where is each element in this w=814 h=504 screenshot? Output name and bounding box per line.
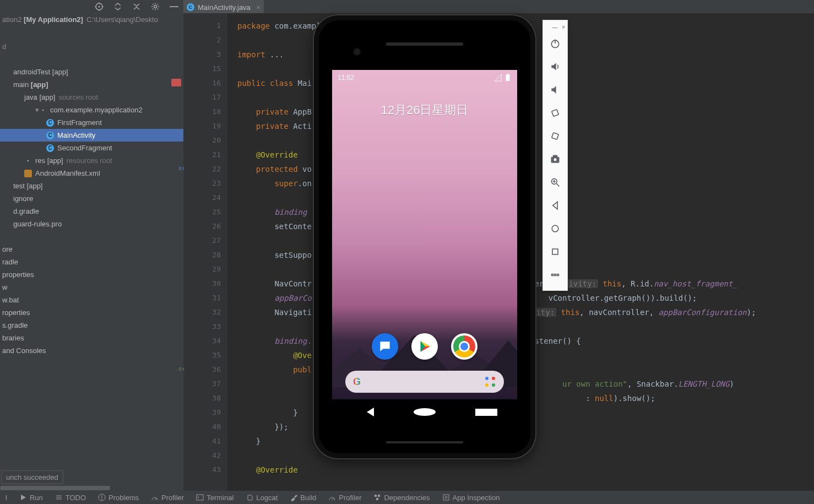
emu-back-icon[interactable] [543,194,567,216]
tree-node[interactable]: properties [0,268,183,281]
tree-node[interactable]: radle [0,256,183,268]
tree-hint: resources root [67,156,112,165]
toolwindow-profiler[interactable]: Profiler [151,494,184,502]
app-messages[interactable] [372,333,398,360]
toolwindow-logcat[interactable]: Logcat [246,494,278,502]
toolwindow-dependencies[interactable]: Dependencies [373,494,430,502]
tree-label: AndroidManifest.xml [35,169,100,177]
toolwindow-terminal[interactable]: Terminal [196,494,234,502]
tree-node[interactable]: main [app] [0,78,183,91]
rotate-left-icon[interactable] [543,102,567,124]
camera-icon[interactable] [543,148,567,170]
svg-point-20 [445,496,447,498]
tree-node[interactable]: and Consoles [0,344,183,357]
zoom-icon[interactable] [543,171,567,193]
tree-node[interactable]: ▪res [app]resources root [0,154,183,167]
nav-home-button[interactable] [414,408,436,416]
svg-point-28 [553,158,557,162]
minimize-icon[interactable]: — [169,1,180,12]
svg-line-31 [557,184,560,187]
tree-node[interactable] [0,230,183,243]
phone-nav-bar [332,405,517,419]
nav-back-button[interactable] [352,408,374,416]
java-icon: C [46,144,54,152]
emu-home-icon[interactable] [543,218,567,240]
signal-icon [494,74,502,82]
close-icon[interactable]: ✕ [256,4,261,10]
emulator-toolbar: — × [542,20,568,291]
svg-point-6 [154,6,157,8]
emulator-minimize-icon[interactable]: — [552,24,557,30]
tree-node[interactable]: ore [0,243,183,256]
svg-line-13 [155,498,156,500]
emulator-titlebar: — × [543,23,567,31]
svg-rect-25 [552,110,559,117]
toolwindow-problems[interactable]: Problems [98,494,139,502]
tree-scrollbar[interactable] [0,485,183,491]
google-search-bar[interactable]: G [345,371,504,393]
svg-rect-17 [378,495,380,497]
project-tree[interactable]: dandroidTest [app]main [app]java [app]so… [0,25,183,487]
svg-point-38 [557,274,558,275]
toolwindow-app-inspection[interactable]: App Inspection [442,494,500,502]
app-chrome[interactable] [451,333,477,360]
tree-node[interactable]: androidTest [app] [0,66,183,78]
svg-rect-19 [443,495,449,500]
power-icon[interactable] [543,32,567,55]
tree-node[interactable] [0,53,183,66]
target-icon[interactable] [94,1,105,12]
tree-label: androidTest [app] [13,68,68,76]
tree-label: properties [2,270,34,279]
tree-node[interactable]: CMainActivity [0,129,183,142]
collapse-all-icon[interactable] [131,1,142,12]
play-icon [19,494,27,501]
tree-node[interactable]: java [app]sources root [0,91,183,104]
tree-node[interactable]: CFirstFragment [0,116,183,129]
tree-node[interactable]: w.bat [0,294,183,306]
tree-node[interactable]: d.gradle [0,205,183,218]
emu-overview-icon[interactable] [543,241,567,263]
app-play-store[interactable] [411,333,438,360]
hammer-icon [290,494,297,501]
phone-screen[interactable]: 11:52 12月26日星期日 G [332,70,517,427]
volume-down-icon[interactable] [543,79,567,101]
status-bubble: unch succeeded [1,470,63,484]
home-date: 12月26日星期日 [332,102,517,118]
emulator-close-icon[interactable]: × [562,24,565,30]
tree-label: ignore [13,194,33,203]
gear-icon[interactable] [150,1,161,12]
volume-up-icon[interactable] [543,56,567,78]
tree-node[interactable]: guard-rules.pro [0,218,183,230]
toolwindow-run[interactable]: Run [19,494,43,502]
scrollbar-thumb[interactable] [0,486,110,490]
svg-rect-26 [552,133,559,140]
tree-node[interactable]: roperties [0,306,183,319]
tree-node[interactable]: AndroidManifest.xml [0,167,183,180]
svg-rect-29 [553,155,557,157]
toolwindow-profiler[interactable]: Profiler [328,494,361,502]
tree-node[interactable]: braries [0,332,183,344]
tab-mainactivity[interactable]: C MainActivity.java ✕ [183,0,264,13]
tree-node[interactable]: ▾ ▪com.example.myapplication2 [0,104,183,116]
toolwindow-l[interactable]: l [6,494,7,502]
svg-rect-21 [506,75,510,81]
assistant-icon[interactable] [484,376,496,388]
more-icon[interactable] [543,264,567,286]
tree-node[interactable]: s.gradle [0,319,183,332]
tree-node[interactable]: test [app] [0,180,183,192]
home-dock [372,333,477,360]
tree-node[interactable]: d [0,40,183,53]
toolwindow-todo[interactable]: TODO [55,494,86,502]
rotate-right-icon[interactable] [543,125,567,147]
svg-rect-35 [552,249,558,254]
main-toolbar: — [0,0,814,13]
tree-node[interactable] [0,28,183,40]
toolwindow-build[interactable]: Build [290,494,316,502]
expand-all-icon[interactable] [112,1,123,12]
nav-recents-button[interactable] [475,409,497,416]
svg-rect-14 [197,495,203,500]
tree-node[interactable]: CSecondFragment [0,142,183,154]
tree-node[interactable]: ignore [0,192,183,205]
tree-node[interactable]: w [0,281,183,294]
phone-bezel: 11:52 12月26日星期日 G [319,20,530,453]
